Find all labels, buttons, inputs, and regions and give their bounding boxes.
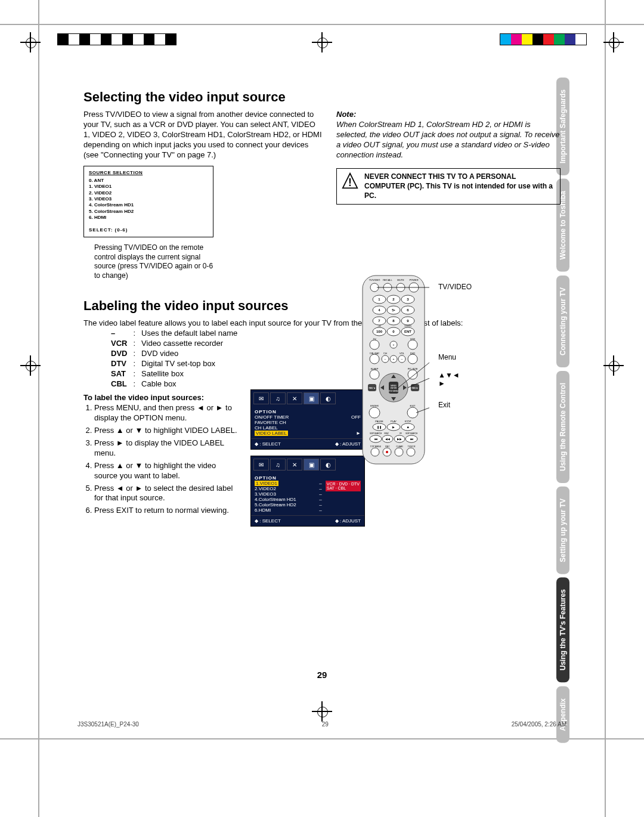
remote-label-tvvideo: TV/VIDEO	[438, 283, 472, 291]
label-row: SAT:Satellite box	[109, 369, 240, 378]
osd-row: ON/OFF TIMEROFF	[255, 414, 361, 420]
osd-foot-adjust: ◆ : ADJUST	[335, 518, 361, 524]
crop-line	[0, 24, 644, 25]
heading-selecting: Selecting the video input source	[83, 89, 561, 105]
svg-text:+: +	[393, 343, 395, 346]
colorbar-cmyk-icon	[500, 33, 587, 45]
step-item: Press ◄ or ► to select the desired label…	[94, 484, 239, 504]
label-table: –:Uses the default label nameVCR:Video c…	[107, 327, 241, 389]
svg-point-39	[370, 340, 379, 349]
svg-text:ENTER: ENTER	[391, 387, 397, 389]
step-item: Press ► to display the VIDEO LABEL menu.	[94, 438, 239, 459]
osd-tab-icon: ◐	[320, 392, 336, 404]
svg-text:+: +	[393, 357, 395, 361]
svg-text:REC: REC	[385, 445, 390, 448]
svg-text:⏭: ⏭	[410, 437, 413, 441]
svg-text:FF: FF	[400, 432, 402, 435]
osd-right-labels: VCR · DVD · DTV SAT · CBL	[326, 481, 361, 491]
svg-text:VOL: VOL	[400, 352, 405, 355]
footer-page: 29	[322, 721, 329, 728]
remote-label-arrows: ▲▼◄ ►	[438, 371, 460, 388]
svg-text:TOP MENU: TOP MENU	[370, 445, 382, 448]
crop-line	[605, 0, 606, 817]
crop-line	[38, 0, 39, 817]
step-item: Press ▲ or ▼ to highlight VIDEO LABEL.	[94, 426, 239, 436]
osd-tab-icon: ▣	[304, 392, 319, 404]
osd-title: OPTION	[255, 475, 361, 481]
source-selection-title: SOURCE SELECTION	[89, 170, 208, 176]
osd-foot-adjust: ◆ : ADJUST	[335, 441, 361, 447]
svg-text:!: !	[348, 177, 352, 188]
svg-text:PLAY: PLAY	[391, 420, 397, 423]
steps-list: Press MENU, and then press ◄ or ► to dis…	[94, 403, 239, 516]
svg-text:+10: +10	[377, 325, 380, 327]
svg-point-57	[370, 370, 379, 379]
warning-text: NEVER CONNECT THIS TV TO A PERSONAL COMP…	[364, 172, 555, 200]
osd-tab-icon: ▣	[304, 459, 319, 471]
source-selection-item: 6. HDMI	[89, 215, 208, 221]
osd-row: 3.VIDEO3–	[255, 491, 322, 497]
remote-label-menu: Menu	[438, 353, 456, 361]
osd-row: 5.ColorStream HD2–	[255, 502, 322, 507]
step-item: Press MENU, and then press ◄ or ► to dis…	[94, 403, 239, 423]
osd-tab-icon: ♫	[270, 392, 286, 404]
osd-foot-select: ◆ : SELECT	[255, 441, 281, 447]
warning-box: ! NEVER CONNECT THIS TV TO A PERSONAL CO…	[336, 168, 561, 205]
svg-point-48	[408, 354, 417, 364]
svg-text:STOP: STOP	[405, 420, 411, 423]
svg-text:◀◀: ◀◀	[385, 437, 390, 441]
registration-mark-icon	[603, 32, 624, 52]
page-number: 29	[317, 670, 327, 680]
svg-text:PAUSE: PAUSE	[375, 420, 383, 423]
source-selection-item: 5. ColorStream HD2	[89, 209, 208, 215]
svg-point-104	[395, 448, 403, 456]
svg-text:▶: ▶	[392, 425, 395, 429]
registration-mark-icon	[20, 32, 41, 52]
source-selection-item: 2. VIDEO2	[89, 190, 208, 196]
section-tabs: Important SafeguardsWelcome to ToshibaCo…	[556, 78, 599, 746]
registration-mark-icon	[312, 701, 332, 722]
svg-text:CH: CH	[383, 352, 387, 355]
svg-point-105	[407, 448, 415, 456]
svg-text:ENT: ENT	[404, 330, 411, 333]
page: Important SafeguardsWelcome to ToshibaCo…	[0, 0, 644, 817]
svg-point-58	[408, 370, 417, 379]
source-selection-select: SELECT: (0-6)	[89, 227, 208, 233]
svg-text:SKIP SEARCH: SKIP SEARCH	[370, 432, 382, 435]
svg-text:DVD MENU: DVD MENU	[389, 390, 398, 392]
osd-row: 6.HDMI–	[255, 507, 322, 513]
osd-row: FAVORITE CH	[255, 420, 361, 425]
note-title: Note:	[336, 110, 561, 120]
remote-illustration: TV/VIDEORECALLMUTEPOWER 1 2 3 4 5• 6 7 8…	[358, 274, 435, 471]
osd-tab-icon: ✕	[287, 392, 302, 404]
svg-text:FAV►: FAV►	[411, 386, 418, 389]
svg-text:RECALL: RECALL	[383, 278, 392, 281]
osd-tab-icon: ◐	[320, 459, 336, 471]
osd-row: 2.VIDEO2–	[255, 486, 322, 491]
svg-text:CLEAR: CLEAR	[396, 445, 403, 448]
svg-text:100: 100	[376, 330, 383, 333]
registration-mark-icon	[312, 32, 332, 52]
heading-labeling: Labeling the video input sources	[83, 298, 561, 314]
selecting-intro: Press TV/VIDEO to view a signal from ano…	[83, 110, 322, 160]
svg-text:–: –	[385, 357, 386, 361]
remote-label-exit: Exit	[438, 401, 450, 409]
label-row: CBL:Cable box	[109, 379, 240, 388]
svg-point-103	[386, 451, 388, 453]
note-body: When ColorStream HD 1, ColorStream HD 2,…	[336, 120, 561, 160]
source-selection-item: 0. ANT	[89, 178, 208, 184]
osd-row: VIDEO LABEL►	[255, 431, 361, 436]
label-row: –:Uses the default label name	[109, 329, 240, 338]
osd-title: OPTION	[255, 409, 361, 414]
footer-date: 25/04/2005, 2:26 AM	[512, 721, 566, 728]
source-selection-item: 1. VIDEO1	[89, 184, 208, 190]
step-item: Press EXIT to return to normal viewing.	[94, 506, 239, 516]
svg-text:SKIP SEARCH: SKIP SEARCH	[405, 432, 417, 435]
source-selection-item: 3. VIDEO3	[89, 196, 208, 202]
svg-point-47	[370, 354, 379, 364]
label-row: DVD:DVD video	[109, 349, 240, 358]
osd-option-menu-2: ✉ ♫ ✕ ▣ ◐ OPTION 1.VIDEO1–2.VIDEO2–3.VID…	[250, 456, 365, 527]
osd-foot-select: ◆ : SELECT	[255, 518, 281, 524]
source-selection-box: SOURCE SELECTION 0. ANT1. VIDEO12. VIDEO…	[83, 166, 213, 237]
labeling-intro: The video label feature allows you to la…	[83, 318, 561, 327]
